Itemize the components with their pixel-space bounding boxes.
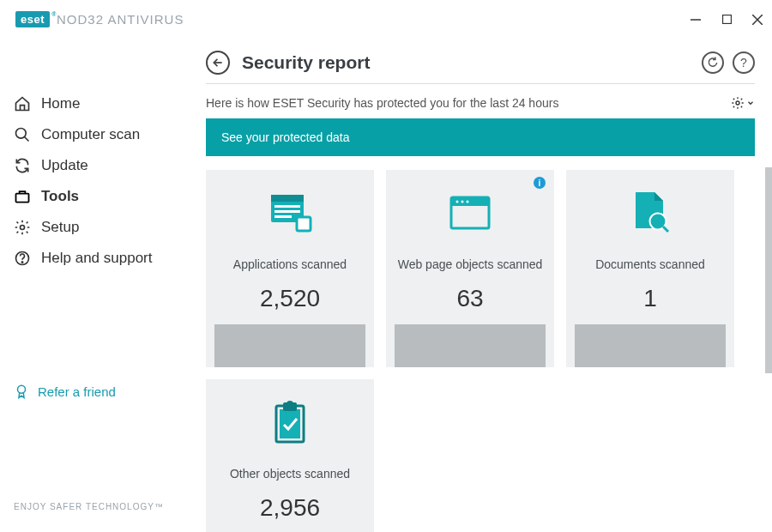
brand: eset NOD32 ANTIVIRUS	[15, 11, 184, 27]
subheader: Here is how ESET Security has protected …	[206, 84, 755, 118]
card-value: 2,956	[260, 494, 320, 522]
protected-data-banner[interactable]: See your protected data	[206, 118, 755, 156]
svg-point-7	[21, 226, 25, 230]
sidebar-item-label: Tools	[41, 188, 79, 205]
svg-line-27	[663, 227, 668, 232]
card-applications-scanned[interactable]: Applications scanned 2,520	[206, 170, 374, 367]
sidebar-item-home[interactable]: Home	[0, 88, 206, 119]
svg-rect-14	[271, 195, 304, 202]
main-header-left: Security report	[206, 51, 370, 75]
card-value: 2,520	[260, 285, 320, 312]
refresh-button[interactable]	[702, 51, 724, 74]
gear-icon	[14, 219, 31, 236]
svg-point-21	[456, 201, 459, 203]
svg-rect-15	[274, 205, 300, 208]
arrow-left-icon	[212, 57, 224, 69]
svg-rect-17	[274, 215, 292, 218]
help-icon	[14, 250, 31, 267]
clipboard-check-icon	[271, 400, 309, 444]
card-footer	[575, 324, 726, 367]
main-content: Security report ? Here is how ESET Secur…	[206, 39, 772, 532]
subheader-text: Here is how ESET Security has protected …	[206, 96, 558, 110]
card-label: Other objects scanned	[230, 458, 350, 489]
titlebar: eset NOD32 ANTIVIRUS	[0, 0, 772, 39]
svg-rect-16	[274, 210, 300, 213]
svg-rect-6	[16, 194, 29, 203]
sidebar-item-label: Computer scan	[41, 126, 140, 143]
card-label: Web page objects scanned	[398, 249, 543, 280]
card-other-objects-scanned[interactable]: Other objects scanned 2,956	[206, 379, 374, 532]
svg-point-23	[467, 201, 469, 203]
sidebar-item-label: Setup	[41, 219, 79, 236]
brand-badge: eset	[15, 11, 50, 27]
sidebar-item-update[interactable]: Update	[0, 150, 206, 181]
award-icon	[14, 384, 29, 399]
svg-point-9	[21, 262, 22, 263]
window-controls	[690, 14, 763, 26]
close-button[interactable]	[751, 14, 763, 26]
card-label: Documents scanned	[595, 249, 705, 280]
card-value: 1	[643, 285, 657, 312]
svg-rect-18	[297, 217, 311, 231]
browser-icon	[449, 190, 492, 235]
back-button[interactable]	[206, 51, 230, 75]
svg-rect-1	[722, 15, 731, 24]
info-icon[interactable]: i	[534, 177, 546, 189]
svg-point-4	[16, 129, 27, 139]
applications-icon	[266, 190, 314, 235]
card-footer	[214, 324, 365, 367]
sidebar-item-tools[interactable]: Tools	[0, 181, 206, 212]
refer-a-friend-link[interactable]: Refer a friend	[14, 384, 192, 399]
nav-list: Home Computer scan Update	[0, 88, 206, 274]
minimize-button[interactable]	[690, 14, 702, 26]
svg-point-12	[736, 101, 739, 105]
svg-rect-29	[280, 409, 300, 438]
card-footer	[395, 324, 546, 367]
scrollbar[interactable]	[765, 167, 772, 373]
briefcase-icon	[14, 188, 31, 205]
svg-point-22	[461, 201, 464, 203]
svg-line-5	[25, 137, 29, 142]
search-icon	[14, 126, 31, 143]
header-right: ?	[702, 51, 755, 74]
reload-icon	[707, 57, 719, 69]
sidebar: Home Computer scan Update	[0, 39, 206, 532]
card-value: 63	[456, 285, 483, 312]
help-button[interactable]: ?	[733, 51, 755, 74]
sidebar-item-computer-scan[interactable]: Computer scan	[0, 119, 206, 150]
maximize-button[interactable]	[721, 14, 733, 26]
sidebar-bottom: Refer a friend ENJOY SAFER TECHNOLOGY™	[0, 384, 206, 532]
sidebar-item-help[interactable]: Help and support	[0, 243, 206, 274]
brand-product: NOD32 ANTIVIRUS	[57, 12, 184, 27]
body: Home Computer scan Update	[0, 39, 772, 532]
app-window: eset NOD32 ANTIVIRUS Home	[0, 0, 772, 532]
svg-point-10	[18, 385, 26, 393]
close-icon	[752, 15, 763, 25]
maximize-icon	[722, 15, 732, 24]
page-title: Security report	[242, 52, 370, 73]
refer-label: Refer a friend	[38, 384, 116, 399]
home-icon	[14, 95, 31, 112]
card-documents-scanned[interactable]: Documents scanned 1	[566, 170, 734, 367]
sidebar-item-label: Update	[41, 157, 88, 174]
main-header: Security report ?	[206, 51, 755, 84]
card-label: Applications scanned	[233, 249, 347, 280]
card-web-objects-scanned[interactable]: i Web page objects scanned 63	[386, 170, 554, 367]
document-search-icon	[630, 190, 670, 235]
tagline: ENJOY SAFER TECHNOLOGY™	[14, 502, 192, 511]
sidebar-item-setup[interactable]: Setup	[0, 212, 206, 243]
chevron-down-icon	[746, 99, 755, 107]
refresh-icon	[14, 157, 31, 174]
gear-icon	[731, 96, 745, 110]
sidebar-item-label: Help and support	[41, 250, 152, 267]
banner-text: See your protected data	[221, 130, 349, 144]
settings-dropdown[interactable]	[731, 96, 755, 110]
sidebar-item-label: Home	[41, 95, 80, 112]
minimize-icon	[691, 15, 701, 25]
cards-container: Applications scanned 2,520 i Web page ob…	[206, 170, 755, 532]
